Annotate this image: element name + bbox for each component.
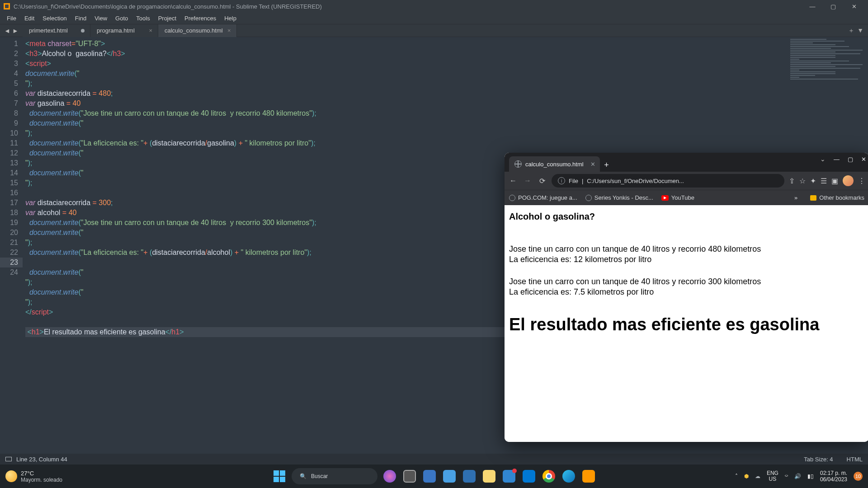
bookmark-series[interactable]: Series Yonkis - Desc...	[585, 194, 653, 201]
tab-dropdown-icon[interactable]: ▼	[857, 27, 863, 35]
tab-label: programa.html	[97, 27, 135, 34]
menu-tools[interactable]: Tools	[132, 15, 154, 22]
window-titlebar: C:\Users\sun_f\OneDrive\Documents\logica…	[0, 0, 868, 13]
page-line: Jose tine un carro con un tanque de 40 l…	[509, 277, 864, 286]
tab-calculo-consumo[interactable]: calculo_consumo.html ×	[158, 24, 237, 37]
browser-tab[interactable]: calculo_consumo.html ✕	[509, 156, 600, 172]
tray-notification-badge[interactable]: 10	[854, 472, 863, 481]
share-icon[interactable]: ⇪	[789, 177, 795, 185]
dirty-indicator-icon	[81, 29, 85, 33]
other-bookmarks[interactable]: Other bookmarks	[810, 194, 864, 201]
taskbar-widgets[interactable]	[382, 469, 397, 484]
browser-forward-icon[interactable]: →	[523, 177, 533, 185]
start-button[interactable]	[272, 469, 287, 484]
browser-maximize-icon[interactable]: ▢	[848, 156, 853, 163]
new-tab-icon[interactable]: ＋	[848, 27, 854, 35]
menu-find[interactable]: Find	[71, 15, 90, 22]
taskbar-notepad[interactable]	[442, 469, 457, 484]
bookmark-pog[interactable]: POG.COM: juegue a...	[509, 194, 577, 201]
reading-list-icon[interactable]: ☰	[821, 177, 827, 185]
profile-avatar-icon[interactable]	[843, 175, 854, 186]
browser-new-tab-icon[interactable]: +	[600, 160, 613, 172]
browser-back-icon[interactable]: ←	[508, 177, 518, 185]
menu-goto[interactable]: Goto	[111, 15, 132, 22]
tray-battery-icon[interactable]: ▮▯	[807, 473, 814, 479]
taskbar-clipchamp[interactable]	[501, 469, 517, 484]
browser-menu-icon[interactable]: ⋮	[858, 177, 865, 185]
status-bar: Line 23, Column 44 Tab Size: 4 HTML	[0, 454, 868, 465]
taskbar-edge[interactable]	[561, 469, 576, 484]
taskbar-chrome[interactable]	[541, 469, 557, 484]
clock-time: 02:17 p. m.	[820, 470, 847, 476]
weather-temp: 27°C	[21, 470, 62, 477]
taskbar-vscode[interactable]	[521, 469, 537, 484]
bookmarks-overflow-icon[interactable]: »	[794, 194, 797, 201]
close-button[interactable]: ✕	[844, 0, 864, 13]
tab-forward-icon[interactable]: ►	[12, 27, 19, 34]
tab-label: calculo_consumo.html	[165, 27, 223, 34]
maximize-button[interactable]: ▢	[823, 0, 844, 13]
tray-wifi-icon[interactable]: ⌔	[785, 473, 788, 479]
browser-tab-close-icon[interactable]: ✕	[590, 161, 595, 168]
taskbar-weather[interactable]: 27°C Mayorm. soleado	[5, 470, 62, 483]
tab-programa[interactable]: programa.html ×	[90, 24, 158, 37]
taskbar-store[interactable]	[462, 469, 477, 484]
tab-close-icon[interactable]: ×	[227, 27, 231, 34]
site-info-icon[interactable]: i	[558, 177, 565, 184]
status-tabsize[interactable]: Tab Size: 4	[804, 456, 833, 463]
page-line: Jose tine un carro con un tanque de 40 l…	[509, 244, 864, 254]
browser-reload-icon[interactable]: ⟳	[537, 177, 547, 185]
browser-minimize-icon[interactable]: —	[834, 156, 840, 163]
page-line: La eficicencia es: 7.5 kilometros por li…	[509, 287, 864, 297]
explorer-icon	[483, 470, 495, 483]
menu-project[interactable]: Project	[154, 15, 180, 22]
status-language[interactable]: HTML	[847, 456, 863, 463]
bookmark-star-icon[interactable]: ☆	[799, 177, 806, 185]
page-h3: Alcohol o gasolina?	[509, 211, 864, 222]
menu-preferences[interactable]: Preferences	[180, 15, 220, 22]
taskbar-taskview[interactable]	[402, 469, 417, 484]
minimize-button[interactable]: —	[802, 0, 823, 13]
browser-tabstrip: calculo_consumo.html ✕ + ⌄ — ▢ ✕	[505, 153, 868, 172]
menu-view[interactable]: View	[90, 15, 111, 22]
search-icon: 🔍	[300, 473, 307, 479]
taskbar-search[interactable]: 🔍 Buscar	[292, 468, 377, 484]
panel-toggle-icon[interactable]	[5, 457, 12, 461]
tray-security-icon[interactable]: ⬢	[744, 473, 749, 479]
globe-icon	[585, 195, 592, 201]
tab-bar: ◄ ► primertext.html programa.html × calc…	[0, 24, 868, 37]
folder-icon	[810, 195, 816, 201]
menu-edit[interactable]: Edit	[20, 15, 38, 22]
bookmark-label: Other bookmarks	[819, 194, 864, 201]
bookmark-youtube[interactable]: ▶YouTube	[661, 194, 694, 201]
tray-overflow-icon[interactable]: ˄	[735, 473, 738, 479]
tab-primertext[interactable]: primertext.html	[23, 24, 90, 37]
line-gutter: 123456789101112131415161718192021222324	[0, 37, 23, 454]
tray-onedrive-icon[interactable]: ☁	[755, 473, 760, 479]
tray-language[interactable]: ENG US	[767, 470, 778, 482]
globe-icon	[514, 160, 522, 168]
menu-file[interactable]: File	[3, 15, 20, 22]
sidepanel-icon[interactable]: ▣	[831, 177, 838, 185]
browser-close-icon[interactable]: ✕	[861, 156, 866, 163]
taskbar-explorer[interactable]	[481, 469, 497, 484]
tab-search-icon[interactable]: ⌄	[820, 155, 826, 163]
clipchamp-icon	[503, 470, 515, 483]
bookmark-label: POG.COM: juegue a...	[518, 194, 577, 201]
tab-close-icon[interactable]: ×	[149, 27, 152, 34]
menu-selection[interactable]: Selection	[38, 15, 71, 22]
window-title: C:\Users\sun_f\OneDrive\Documents\logica…	[14, 3, 322, 10]
menu-help[interactable]: Help	[220, 15, 241, 22]
tray-clock[interactable]: 02:17 p. m. 06/04/2023	[820, 470, 847, 483]
rendered-page: Alcohol o gasolina? Jose tine un carro c…	[505, 205, 868, 442]
tray-volume-icon[interactable]: 🔊	[794, 473, 801, 479]
tab-back-icon[interactable]: ◄	[4, 27, 11, 34]
address-bar[interactable]: i File | C:/Users/sun_f/OneDrive/Documen…	[552, 174, 784, 188]
widgets-icon	[383, 470, 396, 483]
taskbar-camera[interactable]	[422, 469, 437, 484]
status-cursor: Line 23, Column 44	[16, 456, 67, 463]
taskbar-sublime[interactable]	[581, 469, 596, 484]
extensions-icon[interactable]: ✦	[810, 177, 816, 185]
bookmarks-bar: POG.COM: juegue a... Series Yonkis - Des…	[505, 190, 868, 205]
url-separator: |	[582, 178, 583, 184]
